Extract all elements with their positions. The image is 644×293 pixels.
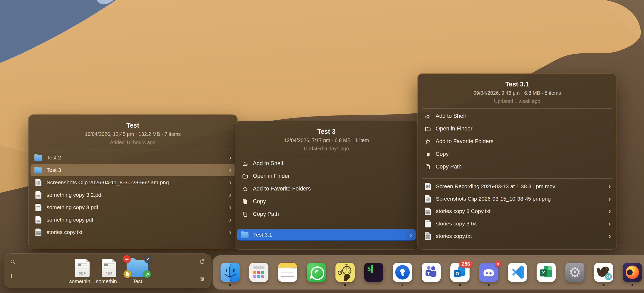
file-row-test-3-1-selected[interactable]: Test 3.1 › [237,229,416,240]
shelf-item-pdf[interactable]: PDF somethin… [95,259,123,284]
file-row-txt[interactable]: stories copy.txt › [31,226,235,238]
chevron-right-icon: › [226,204,231,211]
action-menu: Add to Shelf Open in Finder Add to Favor… [235,156,418,222]
finder-folder-icon [425,126,431,132]
panel-header: Test 16/04/2026, 12:45 pm · 132.2 MB · 7… [28,115,237,145]
file-list: Test 2 › Test 3 › Screenshots Clip 2026-… [28,150,237,240]
dock-app-1password[interactable] [393,263,412,282]
menu-item-add-to-favorites[interactable]: Add to Favorite Folders [420,135,614,148]
terminal-icon: $▌ [364,263,383,282]
dock-app-teams[interactable]: T [422,263,441,282]
notification-badge [495,260,501,267]
pdf-thumbnail-icon: PDF [75,259,90,277]
launchpad-tile [257,271,260,274]
dock-app-finder[interactable] [221,263,240,282]
file-row-pdf[interactable]: something copy 3 2.pdf › [31,189,235,201]
file-name: Test 2 [47,155,61,161]
remove-badge-icon[interactable] [123,255,131,263]
popover-folder-test: Test 16/04/2026, 12:45 pm · 132.2 MB · 7… [28,115,237,249]
pdf-file-icon [35,216,41,224]
file-row-png[interactable]: Screenshots Clip 2026-03-15_10-38-45 pm.… [420,193,614,205]
file-row-screenshot[interactable]: Screenshots Clip 2026-04-11_8-30-23-662 … [31,176,235,189]
menu-label: Add to Favorite Folders [436,138,493,145]
notes-line [281,273,294,273]
dock-app-vscode[interactable] [508,263,527,282]
menu-item-add-to-shelf[interactable]: Add to Shelf [237,157,416,170]
menu-label: Add to Favorite Folders [253,186,311,192]
pdf-thumbnail-icon: PDF [102,259,116,277]
dock-app-excel[interactable]: X [537,263,556,282]
dock: $▌ T [213,255,644,289]
file-row-txt[interactable]: stories copy 3.txt › [420,217,614,230]
menu-item-add-to-shelf[interactable]: Add to Shelf [420,110,614,122]
finder-icon [221,263,240,282]
running-indicator [402,284,404,286]
check-badge-icon[interactable]: ✓ [144,255,152,263]
file-name: Screenshots Clip 2026-03-15_10-38-45 pm.… [436,196,551,202]
excel-icon: X [537,263,556,282]
onepassword-icon [393,263,412,282]
dock-app-notes[interactable] [278,263,297,282]
dock-app-discord[interactable] [479,263,498,282]
file-row-test-3[interactable]: Test 3 › [31,164,235,176]
menu-label: Open in Finder [436,126,472,132]
menu-label: Copy [253,198,266,205]
menu-item-copy[interactable]: Copy [237,195,416,208]
file-row-txt[interactable]: stories copy.txt › [420,230,614,242]
dock-app-whatsapp[interactable] [307,263,326,282]
shelf-item-label: Test [123,279,152,284]
popover-folder-test-3: Test 3 12/04/2026, 7:17 pm · 6.8 MB · 1 … [235,121,418,250]
shelf-item-folder-test[interactable]: ✓ ↗ Test [123,258,152,284]
dock-app-outlook[interactable]: O 256 [450,263,470,282]
dock-app-launchpad[interactable] [249,263,268,282]
chevron-right-icon: › [606,220,611,227]
file-row-test-2[interactable]: Test 2 › [31,151,235,164]
file-list: Test 3.1 › [235,226,418,244]
dock-app-dbeaver[interactable]: CE [594,263,613,282]
dock-app-pennyfarthing[interactable] [335,263,355,282]
file-row-txt[interactable]: stories copy 3 Copy.txt › [420,205,614,217]
trash-icon[interactable] [199,276,205,283]
folder-meta: 16/04/2026, 12:45 pm · 132.2 MB · 7 item… [28,131,237,137]
excel-x-tile: X [540,269,547,276]
star-icon [242,186,248,192]
popover-folder-test-3-1: Test 3.1 09/04/2026, 9:48 pm · 6.8 MB · … [418,74,617,249]
penny-farthing-app-icon [335,263,355,282]
menu-item-add-to-favorites[interactable]: Add to Favorite Folders [237,182,416,195]
shelf-item-pdf[interactable]: PDF somethin… [68,259,97,284]
running-indicator [344,284,346,286]
open-badge-icon[interactable]: ↗ [143,270,151,278]
menu-item-copy[interactable]: Copy [420,148,614,160]
refresh-icon[interactable] [199,258,206,266]
copy-path-icon [242,211,248,218]
plus-icon[interactable]: + [9,272,14,280]
pdf-tag: PDF [102,272,116,275]
running-indicator [632,284,633,286]
file-row-mov[interactable]: Screen Recording 2026-03-13 at 1.38.31 p… [420,180,614,193]
dock-app-terminal[interactable]: $▌ [364,263,383,282]
menu-item-open-in-finder[interactable]: Open in Finder [237,170,416,182]
menu-item-copy-path[interactable]: Copy Path [237,208,416,221]
file-name: stories copy.txt [436,233,472,239]
folder-meta: 09/04/2026, 9:48 pm · 6.8 MB · 5 items [418,90,617,96]
menu-item-copy-path[interactable]: Copy Path [420,160,614,173]
file-row-pdf[interactable]: something copy 3.pdf › [31,201,235,214]
menu-item-open-in-finder[interactable]: Open in Finder [420,122,614,135]
folder-status: Added 10 hours ago [28,140,237,145]
chevron-right-icon: › [226,179,231,186]
star-icon [425,138,431,145]
launchpad-tile [253,275,256,278]
dock-app-firefox[interactable] [623,263,642,282]
pdf-file-icon [35,204,41,211]
file-row-pdf[interactable]: something copy.pdf › [31,214,235,226]
folder-icon [241,231,249,238]
pdf-preview-lines [104,263,114,269]
dock-app-settings[interactable]: ⚙ [565,263,584,282]
text-file-icon [425,220,431,228]
search-icon[interactable] [10,259,16,266]
notes-icon [278,263,297,282]
file-name: something copy 3 2.pdf [47,192,103,198]
file-name: something copy 3.pdf [47,204,98,210]
video-file-icon [425,183,431,190]
terminal-prompt-glyph: $▌ [367,265,375,273]
